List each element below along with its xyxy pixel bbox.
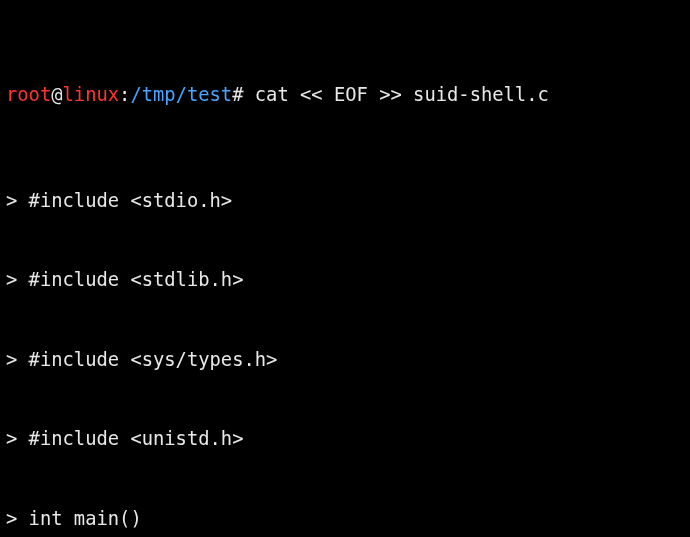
prompt-host: linux (63, 84, 120, 105)
prompt-line-cat: root@linux:/tmp/test# cat << EOF >> suid… (6, 82, 684, 109)
heredoc-line: > #include <stdio.h> (6, 188, 684, 215)
prompt-sep: : (119, 84, 130, 105)
heredoc-line: > int main() (6, 506, 684, 533)
prompt-user: root (6, 84, 51, 105)
heredoc-line: > #include <stdlib.h> (6, 267, 684, 294)
heredoc-line: > #include <sys/types.h> (6, 347, 684, 374)
heredoc-line: > #include <unistd.h> (6, 426, 684, 453)
prompt-hash: # (232, 84, 255, 105)
prompt-at: @ (51, 84, 62, 105)
prompt-path: /tmp/test (130, 84, 232, 105)
command-cat: cat << EOF >> suid-shell.c (255, 84, 549, 105)
terminal[interactable]: root@linux:/tmp/test# cat << EOF >> suid… (0, 0, 690, 537)
